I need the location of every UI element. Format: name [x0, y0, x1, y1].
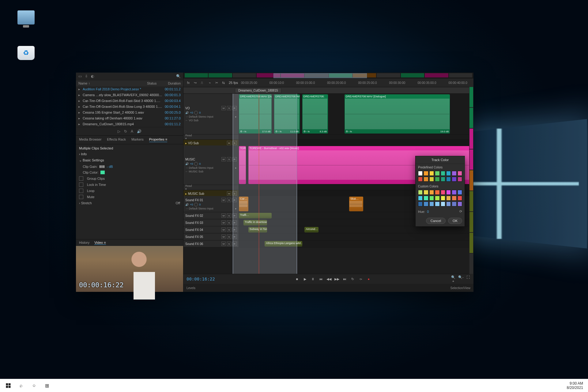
- track-header[interactable]: Sound FX 03MSR: [183, 219, 239, 226]
- search-icon[interactable]: 🔍: [176, 74, 181, 78]
- record-icon[interactable]: ◐: [91, 74, 94, 78]
- color-swatch[interactable]: [441, 177, 445, 182]
- tab-history[interactable]: History: [79, 241, 89, 245]
- color-swatch[interactable]: [424, 196, 428, 201]
- audio-clip[interactable]: Subway in Toront…: [248, 227, 267, 232]
- import-icon[interactable]: ⇩: [85, 74, 88, 78]
- color-swatch[interactable]: [446, 190, 451, 195]
- track-r-button[interactable]: R: [232, 228, 237, 232]
- color-swatch[interactable]: [429, 177, 434, 182]
- color-swatch[interactable]: [429, 171, 434, 176]
- color-swatch[interactable]: [446, 196, 451, 201]
- color-swatch[interactable]: [435, 190, 439, 195]
- preview-autoplay-icon[interactable]: A: [131, 129, 133, 134]
- pan-knob[interactable]: [194, 162, 198, 166]
- color-swatch[interactable]: [441, 196, 445, 201]
- color-swatch[interactable]: [429, 196, 434, 201]
- props-basic[interactable]: ⌄ Basic Settings: [79, 157, 180, 164]
- col-status[interactable]: Status: [147, 81, 162, 85]
- stop-button[interactable]: ■: [295, 277, 300, 281]
- end-button[interactable]: ⏭: [342, 277, 347, 281]
- audio-clip[interactable]: DREAMERS708:WAV [Dialogue]⚙ ◦ fx17.6 dB: [239, 94, 272, 134]
- audio-clip[interactable]: Africa Ethiopia Langano wild…: [265, 241, 302, 247]
- track-header[interactable]: Sound FX 06MSR: [183, 240, 239, 247]
- ok-button[interactable]: OK: [448, 218, 462, 224]
- track-lane[interactable]: Subway in Toront…Aircond…: [239, 226, 473, 233]
- audio-clip[interactable]: Car…: [239, 197, 248, 211]
- track-header[interactable]: MUSICMSR🔊+00→ Default Stereo Input ▸← MU…: [183, 145, 239, 185]
- track-header[interactable]: Sound FX 04MSR: [183, 226, 239, 233]
- open-icon[interactable]: ▭: [78, 74, 82, 78]
- color-swatch[interactable]: [435, 171, 439, 176]
- props-info[interactable]: › Info: [79, 151, 180, 157]
- color-swatch[interactable]: [446, 171, 451, 176]
- color-swatch[interactable]: [441, 190, 445, 195]
- track-m-button[interactable]: M: [221, 221, 226, 225]
- tab-properties[interactable]: Properties ≡: [149, 138, 168, 142]
- audio-clip[interactable]: DREAMERS708:⚙ ◦ fx8.3 dB: [302, 94, 328, 134]
- pan-knob[interactable]: [194, 111, 198, 115]
- desktop-icon-this-pc[interactable]: [12, 10, 40, 26]
- track-r-button[interactable]: R: [232, 157, 237, 161]
- color-swatch[interactable]: [441, 202, 445, 206]
- pause-button[interactable]: ⏸: [311, 277, 315, 281]
- record-button[interactable]: ●: [366, 277, 371, 281]
- clip-color-swatch[interactable]: [100, 170, 105, 175]
- file-row[interactable]: ▸Audition Fall 2018 Demo Project.sesx *0…: [76, 86, 183, 92]
- rtz-button[interactable]: ⏮: [318, 277, 323, 281]
- automation-mode[interactable]: Read▾: [183, 185, 239, 190]
- color-swatch[interactable]: [441, 171, 445, 176]
- color-swatch[interactable]: [429, 190, 434, 195]
- track-s-button[interactable]: S: [227, 228, 231, 232]
- audio-clip[interactable]: Skat…: [349, 197, 363, 211]
- color-swatch[interactable]: [452, 202, 456, 206]
- color-swatch[interactable]: [458, 202, 462, 206]
- track-r-button[interactable]: R: [232, 198, 237, 202]
- playhead[interactable]: [259, 94, 259, 274]
- tab-video[interactable]: Video ≡: [94, 241, 106, 245]
- hue-reset-icon[interactable]: ⟳: [459, 209, 462, 213]
- track-s-button[interactable]: S: [227, 235, 231, 239]
- sequence-tab[interactable]: Dreamers_CutDown_180815: [235, 88, 281, 93]
- tab-effects-rack[interactable]: Effects Rack: [107, 138, 126, 142]
- ffwd-button[interactable]: ▶▶: [334, 277, 339, 281]
- color-swatch[interactable]: [446, 202, 451, 206]
- track-s-button[interactable]: S: [227, 242, 231, 246]
- track-r-button[interactable]: R: [232, 235, 237, 239]
- props-stretch[interactable]: › Stretch Off: [79, 200, 180, 206]
- eq-icon[interactable]: ⎍: [199, 81, 204, 85]
- color-swatch[interactable]: [452, 177, 456, 182]
- sends-icon[interactable]: ↪: [193, 81, 198, 85]
- zoom-out-icon[interactable]: 🔍-: [458, 275, 463, 283]
- desktop-icon-recycle-bin[interactable]: [12, 46, 40, 62]
- mute[interactable]: Mute: [79, 194, 180, 200]
- color-swatch[interactable]: [418, 202, 423, 206]
- audio-clip[interactable]: Aircond…: [304, 227, 318, 232]
- track-r-button[interactable]: R: [232, 221, 237, 225]
- track-m-button[interactable]: M: [221, 228, 226, 232]
- audio-clip[interactable]: DREAMERS708:WAV [Dialogue]⚙ ◦ fx19.0 dB: [345, 94, 450, 134]
- hue-value[interactable]: 0: [427, 210, 429, 213]
- track-m-button[interactable]: M: [221, 198, 226, 202]
- vol-icon[interactable]: 🔊: [185, 162, 189, 165]
- loop-button[interactable]: ↻: [350, 277, 355, 281]
- track-r-button[interactable]: R: [232, 213, 237, 218]
- lock-in-time[interactable]: Lock in Time: [79, 182, 180, 188]
- track-header[interactable]: Sound FX 05MSR: [183, 233, 239, 240]
- track-lane[interactable]: DREAMERS708:WAV [Dialogue]⚙ ◦ fx17.6 dBD…: [239, 94, 473, 134]
- color-swatch[interactable]: [435, 196, 439, 201]
- color-swatch[interactable]: [418, 177, 423, 182]
- color-swatch[interactable]: [424, 171, 428, 176]
- audio-clip[interactable]: TOREWE: [239, 146, 246, 184]
- rewind-button[interactable]: ◀◀: [326, 277, 331, 281]
- gain-value[interactable]: - dB: [107, 165, 113, 168]
- track-s-button[interactable]: S: [227, 198, 231, 202]
- zoom-fit-icon[interactable]: ⛶: [466, 275, 470, 283]
- track-header[interactable]: Sound FX 01MSR🔊+00→ Default Stereo Input…: [183, 196, 239, 212]
- skip-button[interactable]: ⤼: [358, 277, 363, 281]
- color-swatch[interactable]: [424, 190, 428, 195]
- vol-icon[interactable]: 🔊: [185, 203, 189, 206]
- track-m-button[interactable]: M: [221, 213, 226, 218]
- track-header[interactable]: VOMSR🔊+00→ Default Stereo Input ▸← VO Su…: [183, 94, 239, 134]
- fps-display[interactable]: 25 fps: [229, 81, 238, 85]
